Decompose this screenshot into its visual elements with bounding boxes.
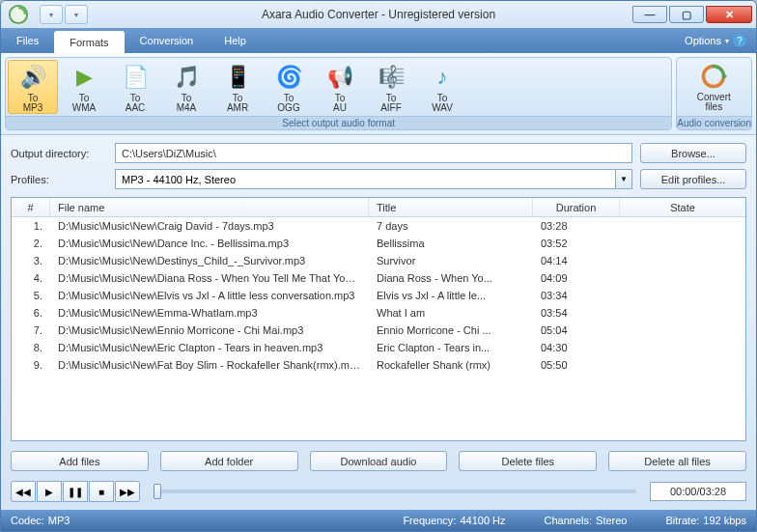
cell-duration: 05:04 [533, 324, 620, 336]
player-buttons: ◀◀ ▶ ❚❚ ■ ▶▶ [11, 481, 140, 502]
cell-title: Bellissima [369, 238, 533, 249]
titlebar: ▾ ▾ Axara Audio Converter - Unregistered… [1, 1, 756, 28]
edit-profiles-button[interactable]: Edit profiles... [640, 169, 746, 189]
m4a-icon: 🎵 [172, 63, 201, 92]
format-amr-button[interactable]: 📱ToAMR [212, 60, 263, 114]
col-filename[interactable]: File name [50, 198, 369, 216]
format-aac-button[interactable]: 📄ToAAC [110, 60, 160, 114]
cell-title: Ennio Morricone - Chi ... [369, 324, 533, 336]
amr-icon: 📱 [223, 63, 252, 92]
statusbar: Codec:MP3 Frequency:44100 Hz Channels:St… [1, 510, 756, 531]
next-button[interactable]: ▶▶ [115, 481, 140, 502]
browse-button[interactable]: Browse... [640, 143, 746, 163]
cell-duration: 03:52 [533, 238, 620, 249]
menu-options[interactable]: Options ▾ ? [675, 28, 756, 53]
col-state[interactable]: State [620, 198, 745, 216]
qat-more[interactable]: ▾ [65, 5, 88, 24]
col-duration[interactable]: Duration [533, 198, 620, 216]
stop-button[interactable]: ■ [89, 481, 114, 502]
seek-slider[interactable] [154, 490, 636, 493]
convert-label: Convert files [697, 93, 731, 112]
profiles-combo[interactable]: MP3 - 44100 Hz, Stereo ▼ [115, 169, 632, 189]
convert-files-button[interactable]: Convert files [679, 60, 748, 114]
add-files-button[interactable]: Add files [11, 451, 149, 471]
cell-duration: 05:50 [533, 359, 620, 371]
format-mp3-button[interactable]: 🔊ToMP3 [8, 60, 58, 114]
action-buttons-row: Add files Add folder Download audio Dele… [11, 451, 746, 471]
cell-filename: D:\Music\Music\New\Fat Boy Slim - Rockaf… [50, 359, 369, 371]
cell-title: Elvis vs Jxl - A little le... [369, 290, 533, 301]
cell-duration: 04:09 [533, 272, 620, 284]
cell-number: 1. [12, 220, 50, 232]
profiles-row: Profiles: MP3 - 44100 Hz, Stereo ▼ Edit … [11, 169, 746, 189]
maximize-button[interactable]: ▢ [669, 6, 704, 23]
aac-icon: 📄 [121, 63, 150, 92]
cell-filename: D:\Music\Music\New\Craig David - 7days.m… [50, 220, 369, 232]
menu-formats[interactable]: Formats [54, 31, 124, 53]
format-wma-button[interactable]: ▶ToWMA [59, 60, 109, 114]
format-m4a-button[interactable]: 🎵ToM4A [161, 60, 211, 114]
chevron-down-icon: ▾ [725, 37, 729, 45]
convert-icon [699, 62, 728, 91]
format-label: ToAU [333, 94, 347, 113]
pause-button[interactable]: ❚❚ [63, 481, 88, 502]
cell-filename: D:\Music\Music\New\Destinys_Child_-_Surv… [50, 255, 369, 266]
app-icon[interactable] [1, 1, 36, 28]
menu-help[interactable]: Help [209, 28, 262, 53]
combo-arrow-icon[interactable]: ▼ [615, 170, 631, 188]
table-row[interactable]: 8.D:\Music\Music\New\Eric Clapton - Tear… [12, 339, 745, 356]
window-controls: — ▢ ✕ [632, 6, 756, 23]
delete-all-files-button[interactable]: Delete all files [608, 451, 746, 471]
minimize-button[interactable]: — [632, 6, 667, 23]
table-row[interactable]: 5.D:\Music\Music\New\Elvis vs Jxl - A li… [12, 287, 745, 304]
col-number[interactable]: # [12, 198, 50, 216]
ribbon-group-formats: 🔊ToMP3▶ToWMA📄ToAAC🎵ToM4A📱ToAMR🌀ToOGG📢ToA… [5, 57, 672, 130]
ribbon-group-convert: Convert files Audio conversion [676, 57, 752, 130]
cell-duration: 03:54 [533, 307, 620, 319]
aiff-icon: 🎼 [377, 63, 406, 92]
cell-duration: 04:30 [533, 342, 620, 353]
output-directory-input[interactable]: C:\Users\DiZ\Music\ [115, 143, 632, 163]
table-body: 1.D:\Music\Music\New\Craig David - 7days… [12, 217, 745, 440]
format-label: ToM4A [177, 94, 197, 113]
format-au-button[interactable]: 📢ToAU [315, 60, 365, 114]
status-bitrate: Bitrate:192 kbps [665, 515, 746, 526]
time-display: 00:00/03:28 [650, 482, 746, 501]
cell-filename: D:\Music\Music\New\Ennio Morricone - Chi… [50, 324, 369, 336]
format-ogg-button[interactable]: 🌀ToOGG [264, 60, 314, 114]
cell-duration: 04:14 [533, 255, 620, 266]
table-row[interactable]: 2.D:\Music\Music\New\Dance Inc. - Bellis… [12, 235, 745, 252]
format-label: ToAAC [126, 94, 146, 113]
close-button[interactable]: ✕ [706, 6, 752, 23]
format-wav-button[interactable]: ♪ToWAV [417, 60, 467, 114]
table-row[interactable]: 3.D:\Music\Music\New\Destinys_Child_-_Su… [12, 252, 745, 269]
app-window: ▾ ▾ Axara Audio Converter - Unregistered… [0, 0, 757, 532]
prev-button[interactable]: ◀◀ [11, 481, 36, 502]
qat-dropdown[interactable]: ▾ [40, 5, 63, 24]
cell-number: 2. [12, 238, 50, 249]
col-title[interactable]: Title [369, 198, 533, 216]
cell-number: 8. [12, 342, 50, 353]
add-folder-button[interactable]: Add folder [160, 451, 298, 471]
cell-filename: D:\Music\Music\New\Diana Ross - When You… [50, 272, 369, 284]
table-row[interactable]: 6.D:\Music\Music\New\Emma-WhatIam.mp3Wha… [12, 304, 745, 322]
seek-thumb[interactable] [154, 484, 161, 499]
table-row[interactable]: 7.D:\Music\Music\New\Ennio Morricone - C… [12, 322, 745, 339]
table-row[interactable]: 1.D:\Music\Music\New\Craig David - 7days… [12, 217, 745, 235]
wma-icon: ▶ [70, 63, 98, 92]
cell-number: 6. [12, 307, 50, 319]
menu-files[interactable]: Files [1, 28, 54, 53]
cell-title: Diana Ross - When Yo... [369, 272, 533, 284]
group-caption-formats: Select output audio format [6, 116, 671, 129]
cell-filename: D:\Music\Music\New\Emma-WhatIam.mp3 [50, 307, 369, 319]
status-channels: Channels:Stereo [545, 515, 628, 526]
format-label: ToWAV [432, 94, 453, 113]
table-row[interactable]: 9.D:\Music\Music\New\Fat Boy Slim - Rock… [12, 356, 745, 374]
format-aiff-button[interactable]: 🎼ToAIFF [366, 60, 416, 114]
download-audio-button[interactable]: Download audio [310, 451, 448, 471]
table-row[interactable]: 4.D:\Music\Music\New\Diana Ross - When Y… [12, 269, 745, 287]
delete-files-button[interactable]: Delete files [459, 451, 597, 471]
play-button[interactable]: ▶ [37, 481, 62, 502]
profiles-value: MP3 - 44100 Hz, Stereo [116, 174, 615, 185]
menu-conversion[interactable]: Conversion [125, 28, 210, 53]
